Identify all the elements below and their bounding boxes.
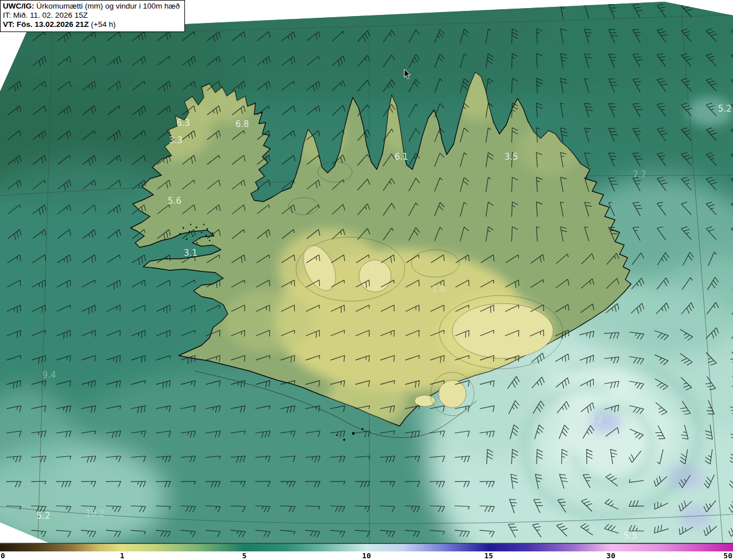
precip-value-label: 6.8 [235,119,249,129]
colorbar-tick: 0 [1,551,5,560]
colorbar-gradient [0,543,733,551]
precip-value-label: 6.1 [395,152,408,162]
init-time-line: IT: Mið. 11. 02. 2026 15Z [3,11,180,20]
precip-value-label: 5.6 [168,196,182,206]
weather-map: 6.36.83.35.63.16.13.55.27.71.31.09.45.21… [0,0,733,543]
valid-time: VT: Fös. 13.02.2026 21Z [3,20,89,29]
colorbar-tick-labels: 01510153050 [0,551,733,560]
precip-value-label: 10.2 [85,508,104,519]
product-code: UWC/IG: [3,2,34,10]
precip-value-label: 1.0 [432,284,446,294]
precip-value-label: 3.5 [505,152,518,162]
precip-value-label: 3.1 [184,248,198,258]
precip-value-label: 5.5 [624,531,637,541]
precip-value-label: 7.7 [633,169,647,180]
precip-value-label: 4.2 [589,415,603,425]
precip-value-label: 5.2 [37,511,50,521]
valid-offset: (+54 h) [89,20,116,29]
title-line: UWC/IG: Úrkomumætti (mm) og vindur i 100… [3,2,180,11]
colorbar-tick: 1 [120,551,124,560]
forecast-map-page: 6.36.83.35.63.16.13.55.27.71.31.09.45.21… [0,0,733,560]
precip-value-label: 6.3 [176,118,190,128]
precip-value-label: 1.3 [360,265,374,275]
precip-value-label: 9.4 [42,370,56,380]
colorbar-tick: 50 [723,551,732,560]
valid-time-line: VT: Fös. 13.02.2026 21Z (+54 h) [3,20,180,29]
colorbar-tick: 10 [362,551,371,560]
map-title-box: UWC/IG: Úrkomumætti (mm) og vindur i 100… [0,0,185,32]
colorbar: 01510153050 [0,543,733,560]
precip-value-label: 3.3 [169,135,183,145]
colorbar-tick: 15 [484,551,494,560]
precip-value-label: 5.2 [718,104,732,114]
colorbar-tick: 5 [242,551,247,560]
colorbar-tick: 30 [606,551,616,560]
mouse-cursor-icon [404,69,413,80]
product-title: Úrkomumætti (mm) og vindur i 100m hæð [34,2,180,10]
